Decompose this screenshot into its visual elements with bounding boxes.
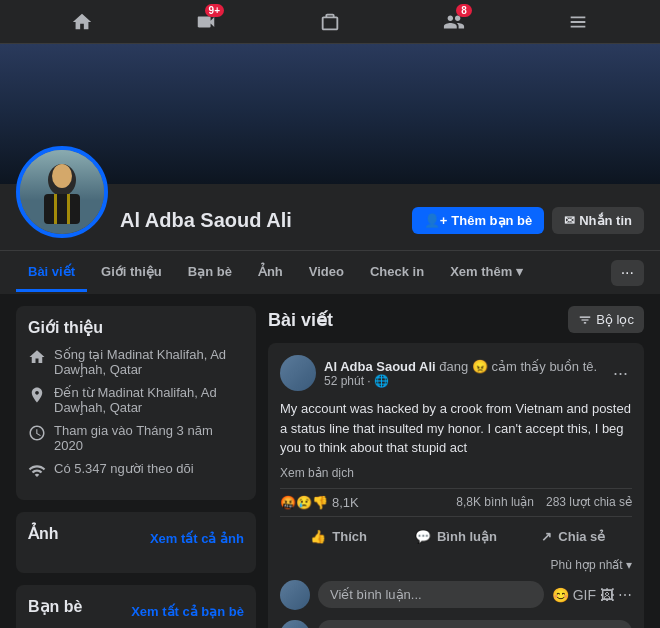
people-nav-icon[interactable]: 8 (432, 0, 476, 44)
feed-title: Bài viết (268, 309, 333, 331)
svg-point-2 (52, 164, 72, 188)
post-author-line: Al Adba Saoud Ali đang 😠 cảm thấy buồn t… (324, 359, 601, 374)
followers-text: Có 5.347 người theo dõi (54, 461, 194, 476)
post-stats: 8,8K bình luận 283 lượt chia sẻ (456, 495, 632, 509)
friends-section: Bạn bè Xem tất cả bạn bè (16, 585, 256, 628)
post-time: 52 phút · 🌐 (324, 374, 601, 388)
tab-photos[interactable]: Ảnh (246, 254, 295, 292)
feed: Bài viết Bộ lọc Al Adba Saoud Ali đang 😠… (268, 306, 644, 628)
emoji-icon[interactable]: 😊 (552, 587, 569, 603)
comment-input-row: Viết bình luận... 😊 GIF 🖼 ⋯ (280, 580, 632, 610)
globe-icon: 🌐 (374, 374, 389, 388)
location-pin-icon (28, 386, 46, 404)
post-status: đang 😠 cảm thấy buồn tê. (439, 359, 597, 374)
friends-title: Bạn bè (28, 597, 82, 616)
comment-input-avatar (280, 580, 310, 610)
home-nav-icon[interactable] (60, 0, 104, 44)
emoji-reactions: 🤬😢👎 (280, 495, 328, 510)
message-button[interactable]: ✉ Nhắn tin (552, 207, 644, 234)
comment-icon: 💬 (415, 529, 431, 544)
avatar (16, 146, 108, 238)
share-button[interactable]: ↗ Chia sẻ (515, 523, 632, 550)
tab-checkin[interactable]: Check in (358, 254, 436, 292)
filter-label: Bộ lọc (596, 312, 634, 327)
comment-button[interactable]: 💬 Bình luận (397, 523, 514, 550)
gif-icon[interactable]: GIF (573, 587, 596, 603)
video-nav-icon[interactable]: 9+ (184, 0, 228, 44)
message-icon: ✉ (564, 213, 575, 228)
post-body: My account was hacked by a crook from Vi… (280, 399, 632, 458)
avatar-image (20, 150, 104, 234)
sidebar: Giới thiệu Sống tại Madinat Khalifah, Ad… (16, 306, 256, 628)
tab-more[interactable]: Xem thêm ▾ (438, 254, 535, 292)
filter-icon (578, 313, 592, 327)
share-label: Chia sẻ (558, 529, 605, 544)
tab-options-button[interactable]: ··· (611, 260, 644, 286)
post-card: Al Adba Saoud Ali đang 😠 cảm thấy buồn t… (268, 343, 644, 628)
post-meta: Al Adba Saoud Ali đang 😠 cảm thấy buồn t… (324, 359, 601, 388)
comment-bubble: Hoa Huong Nguyen Thi I think you should … (318, 620, 632, 629)
people-badge: 8 (456, 4, 472, 17)
share-icon: ↗ (541, 529, 552, 544)
sticker-icon[interactable]: 🖼 (600, 587, 614, 603)
post-options-button[interactable]: ··· (609, 359, 632, 388)
post-actions: 👍 Thích 💬 Bình luận ↗ Chia sẻ (280, 523, 632, 550)
profile-name: Al Adba Saoud Ali (120, 209, 292, 232)
photos-header: Ảnh Xem tất cả ảnh (28, 524, 244, 553)
followers-item: Có 5.347 người theo dõi (28, 461, 244, 480)
comment-emoji-buttons: 😊 GIF 🖼 ⋯ (552, 587, 632, 603)
friends-link[interactable]: Xem tất cả bạn bè (131, 604, 244, 619)
joined-item: Tham gia vào Tháng 3 năm 2020 (28, 423, 244, 453)
tab-video[interactable]: Video (297, 254, 356, 292)
post-header: Al Adba Saoud Ali đang 😠 cảm thấy buồn t… (280, 355, 632, 391)
sort-row: Phù hợp nhất ▾ (280, 558, 632, 572)
reaction-emojis: 🤬😢👎 8,1K (280, 495, 359, 510)
svg-rect-3 (44, 194, 80, 224)
like-label: Thích (332, 529, 367, 544)
joined-text: Tham gia vào Tháng 3 năm 2020 (54, 423, 244, 453)
tab-about[interactable]: Giới thiệu (89, 254, 174, 292)
filter-button[interactable]: Bộ lọc (568, 306, 644, 333)
comment-input[interactable]: Viết bình luận... (318, 581, 544, 608)
photos-link[interactable]: Xem tất cả ảnh (150, 531, 244, 546)
more-icon[interactable]: ⋯ (618, 587, 632, 603)
menu-nav-icon[interactable] (556, 0, 600, 44)
top-navigation: 9+ 8 (0, 0, 660, 44)
reaction-count: 8,1K (332, 495, 359, 510)
comment-count: 8,8K bình luận (456, 495, 534, 509)
photos-section: Ảnh Xem tất cả ảnh (16, 512, 256, 573)
location-item: Sống tại Madinat Khalifah, Ad Dawḩah, Qa… (28, 347, 244, 377)
like-button[interactable]: 👍 Thích (280, 523, 397, 550)
add-friend-label: Thêm bạn bè (451, 213, 532, 228)
friends-header: Bạn bè Xem tất cả bạn bè (28, 597, 244, 626)
message-label: Nhắn tin (579, 213, 632, 228)
commenter-avatar (280, 620, 310, 629)
see-translation-link[interactable]: Xem bản dịch (280, 466, 632, 480)
add-friend-icon: 👤+ (424, 213, 448, 228)
main-content: Giới thiệu Sống tại Madinat Khalifah, Ad… (0, 294, 660, 628)
share-count: 283 lượt chia sẻ (546, 495, 632, 509)
post-reactions-bar: 🤬😢👎 8,1K 8,8K bình luận 283 lượt chia sẻ (280, 488, 632, 517)
video-badge: 9+ (205, 4, 224, 17)
clock-icon (28, 424, 46, 442)
profile-section: Al Adba Saoud Ali 👤+ Thêm bạn bè ✉ Nhắn … (0, 184, 660, 250)
home-icon (28, 348, 46, 366)
add-friend-button[interactable]: 👤+ Thêm bạn bè (412, 207, 545, 234)
svg-rect-5 (67, 194, 70, 224)
location1-text: Sống tại Madinat Khalifah, Ad Dawḩah, Qa… (54, 347, 244, 377)
tab-friends[interactable]: Bạn bè (176, 254, 244, 292)
hometown-item: Đến từ Madinat Khalifah, Ad Dawḩah, Qata… (28, 385, 244, 415)
profile-info: Al Adba Saoud Ali 👤+ Thêm bạn bè ✉ Nhắn … (120, 199, 644, 238)
comment-label: Bình luận (437, 529, 497, 544)
profile-actions: 👤+ Thêm bạn bè ✉ Nhắn tin (412, 207, 644, 234)
comment-item: Hoa Huong Nguyen Thi I think you should … (280, 620, 632, 629)
feed-header: Bài viết Bộ lọc (268, 306, 644, 333)
sort-label[interactable]: Phù hợp nhất ▾ (551, 558, 632, 572)
wifi-icon (28, 462, 46, 480)
post-avatar (280, 355, 316, 391)
intro-title: Giới thiệu (28, 318, 244, 337)
intro-section: Giới thiệu Sống tại Madinat Khalifah, Ad… (16, 306, 256, 500)
avatar-wrapper (16, 146, 108, 238)
tab-posts[interactable]: Bài viết (16, 254, 87, 292)
store-nav-icon[interactable] (308, 0, 352, 44)
